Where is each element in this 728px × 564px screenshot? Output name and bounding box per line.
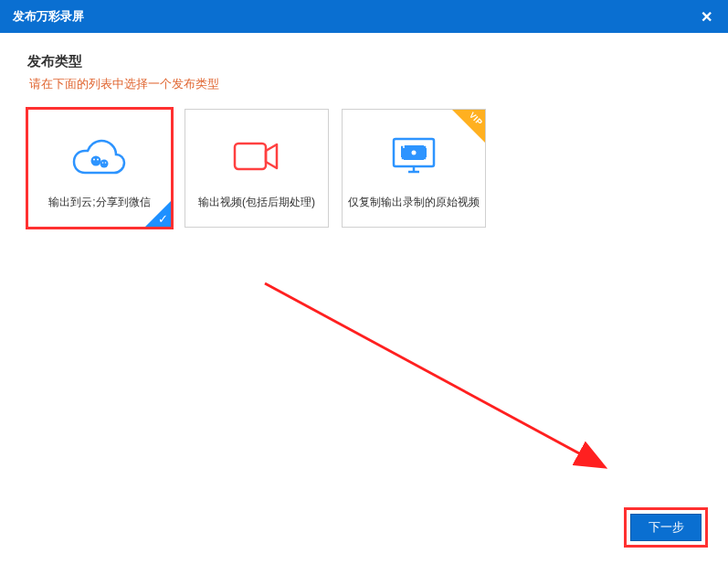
svg-point-9 <box>412 151 417 155</box>
svg-point-1 <box>100 160 109 168</box>
svg-point-3 <box>97 159 99 161</box>
next-button-label: 下一步 <box>649 519 684 536</box>
option-label: 输出到云;分享到微信 <box>43 196 155 210</box>
section-title: 发布类型 <box>27 53 701 70</box>
titlebar: 发布万彩录屏 ✕ <box>0 0 728 33</box>
monitor-icon <box>386 133 441 179</box>
window-title: 发布万彩录屏 <box>13 8 84 25</box>
check-icon: ✓ <box>158 212 168 226</box>
option-output-video[interactable]: 输出视频(包括后期处理) <box>185 109 329 228</box>
camera-icon <box>229 133 284 179</box>
annotation-arrow <box>256 274 639 503</box>
close-icon[interactable]: ✕ <box>697 8 715 26</box>
option-label: 仅复制输出录制的原始视频 <box>343 196 485 210</box>
section-subtitle: 请在下面的列表中选择一个发布类型 <box>27 76 701 92</box>
next-button[interactable]: 下一步 <box>630 514 702 541</box>
svg-point-0 <box>91 156 101 166</box>
svg-line-13 <box>265 283 603 466</box>
svg-rect-6 <box>235 144 266 169</box>
option-copy-raw-video[interactable]: VIP 仅复制输出录制的原始视频 <box>342 109 486 228</box>
svg-point-5 <box>105 163 107 165</box>
svg-point-4 <box>102 163 104 165</box>
svg-point-2 <box>93 159 95 161</box>
footer: 下一步 <box>624 507 708 548</box>
options-row: 输出到云;分享到微信 ✓ 输出视频(包括后期处理) VIP <box>27 109 701 228</box>
option-label: 输出视频(包括后期处理) <box>193 196 321 210</box>
cloud-icon <box>72 133 127 179</box>
content-area: 发布类型 请在下面的列表中选择一个发布类型 输出到云;分享到微信 ✓ <box>0 33 728 248</box>
next-button-highlight: 下一步 <box>624 507 708 548</box>
option-cloud-share[interactable]: 输出到云;分享到微信 ✓ <box>27 109 172 228</box>
